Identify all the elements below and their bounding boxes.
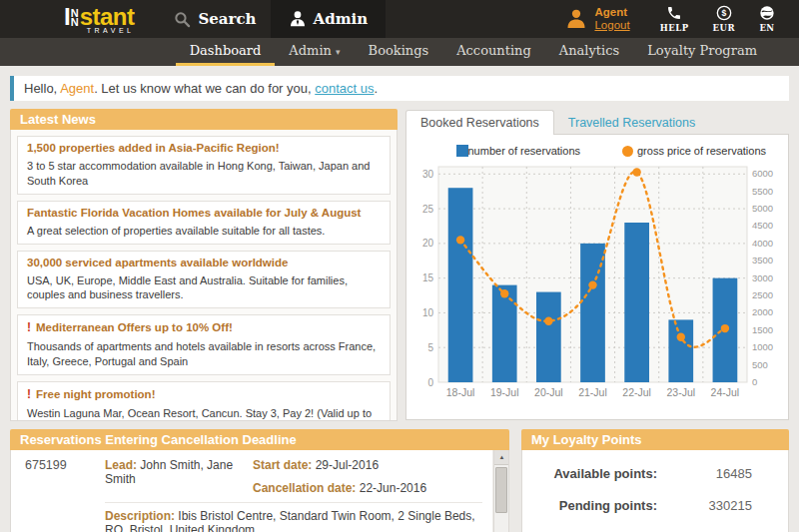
main-content: Hello, Agent. Let us know what we can do… — [0, 66, 799, 532]
scroll-up-button[interactable]: ▲ — [494, 450, 509, 465]
dollar-circle-icon: $ — [716, 5, 732, 21]
nav-analytics[interactable]: Analytics — [545, 38, 633, 66]
svg-text:19-Jul: 19-Jul — [490, 386, 519, 398]
alert-icon: ! — [27, 387, 31, 401]
loyalty-points-panel: My Loyalty Points Available points: 1648… — [521, 429, 789, 532]
pending-points-value: 330215 — [657, 498, 752, 513]
main-nav: Dashboard Admin ▾ Bookings Accounting An… — [0, 38, 799, 66]
admin-person-icon — [289, 10, 307, 28]
svg-text:1000: 1000 — [752, 341, 773, 352]
svg-text:2500: 2500 — [752, 289, 773, 300]
legend-gross-price: gross price of reservations — [622, 145, 766, 157]
latest-news-list: 1,500 properties added in Asia-Pacific R… — [10, 130, 398, 421]
svg-text:21-Jul: 21-Jul — [578, 386, 607, 398]
nav-admin[interactable]: Admin ▾ — [275, 38, 354, 66]
svg-text:15: 15 — [422, 272, 434, 283]
chart-body: number of reservations gross price of re… — [405, 134, 789, 420]
logo-text-i: I — [64, 5, 71, 29]
contact-us-link[interactable]: contact us — [315, 81, 374, 96]
logout-link[interactable]: Logout — [594, 19, 629, 32]
legend-number-of-reservations: number of reservations — [456, 145, 581, 157]
svg-text:3500: 3500 — [752, 255, 773, 266]
legend-dot-swatch — [622, 146, 633, 157]
agent-name: Agent — [594, 6, 629, 19]
legend-bar-swatch — [456, 145, 468, 157]
top-header: INNstant TRAVEL Search Admin Agent Logou… — [0, 0, 799, 38]
svg-text:5: 5 — [427, 342, 433, 353]
help-label: HELP — [660, 23, 689, 33]
language-label: EN — [759, 23, 774, 33]
nav-dashboard[interactable]: Dashboard — [176, 38, 276, 66]
nav-bookings[interactable]: Bookings — [355, 38, 443, 66]
svg-text:0: 0 — [752, 376, 757, 387]
news-item: !Mediterranean Offers up to 10% Off! Tho… — [17, 314, 391, 375]
tab-booked-reservations[interactable]: Booked Reservations — [405, 110, 554, 135]
loyalty-panel-header: My Loyalty Points — [521, 429, 789, 450]
svg-text:4000: 4000 — [752, 238, 773, 249]
globe-icon — [759, 5, 775, 21]
scrollbar[interactable]: ▲ — [493, 450, 508, 532]
cancellation-panel-header: Reservations Entering Cancellation Deadl… — [10, 429, 509, 450]
chart-tabs: Booked Reservations Travelled Reservatio… — [405, 109, 789, 135]
admin-menu-button[interactable]: Admin — [271, 0, 387, 38]
svg-text:2000: 2000 — [752, 306, 773, 317]
nav-accounting[interactable]: Accounting — [442, 38, 545, 66]
tab-travelled-reservations[interactable]: Travelled Reservations — [554, 111, 709, 135]
scrollbar-thumb[interactable] — [495, 467, 507, 513]
svg-text:18-Jul: 18-Jul — [446, 386, 475, 398]
latest-news-header: Latest News — [10, 109, 398, 130]
brand-logo[interactable]: INNstant TRAVEL — [64, 5, 134, 34]
chevron-down-icon: ▾ — [336, 47, 341, 57]
svg-text:24-Jul: 24-Jul — [711, 386, 740, 398]
agent-person-icon — [565, 8, 587, 30]
news-item: Fantastic Florida Vacation Homes availab… — [17, 201, 391, 245]
loyalty-row-pending: Pending points: 330215 — [530, 498, 780, 513]
currency-button[interactable]: $ EUR — [713, 5, 735, 33]
alert-icon: ! — [27, 320, 31, 334]
reservation-start-date: 29-Jul-2016 — [316, 458, 379, 472]
news-item: !Free night promotion! Westin Laguna Mar… — [17, 381, 391, 421]
logo-stacked-nn: NN — [71, 9, 79, 27]
help-button[interactable]: HELP — [660, 5, 689, 33]
reservations-chart: 0510152025300500100015002000250030003500… — [410, 161, 784, 404]
agent-account[interactable]: Agent Logout — [565, 6, 629, 32]
latest-news-panel: Latest News 1,500 properties added in As… — [10, 109, 398, 421]
svg-text:25: 25 — [422, 204, 434, 215]
search-icon — [174, 11, 191, 28]
currency-label: EUR — [713, 23, 735, 33]
svg-text:0: 0 — [427, 377, 433, 388]
svg-text:23-Jul: 23-Jul — [666, 386, 695, 398]
svg-text:6000: 6000 — [752, 168, 773, 179]
greeting-bar: Hello, Agent. Let us know what we can do… — [10, 76, 789, 101]
greeting-agent-name: Agent — [60, 81, 94, 96]
search-button[interactable]: Search — [174, 10, 256, 28]
svg-text:30: 30 — [422, 169, 434, 180]
svg-text:5500: 5500 — [752, 186, 773, 197]
svg-text:5000: 5000 — [752, 203, 773, 214]
reservation-row[interactable]: 675199 Lead: John Smith, Jane Smith Star… — [11, 450, 492, 532]
svg-text:10: 10 — [422, 307, 434, 318]
reservations-chart-panel: Booked Reservations Travelled Reservatio… — [405, 109, 789, 420]
svg-text:500: 500 — [752, 359, 768, 370]
reservation-id: 675199 — [25, 458, 105, 495]
language-button[interactable]: EN — [759, 5, 775, 33]
news-item: 30,000 serviced apartments available wor… — [17, 251, 391, 309]
svg-text:4500: 4500 — [752, 220, 773, 231]
logo-text-stant: stant — [80, 5, 135, 29]
svg-text:20: 20 — [422, 238, 434, 249]
svg-text:$: $ — [721, 8, 726, 18]
search-label: Search — [198, 10, 256, 28]
cancellation-list: 675199 Lead: John Smith, Jane Smith Star… — [10, 450, 509, 532]
available-points-value: 16485 — [657, 466, 752, 481]
admin-label: Admin — [314, 10, 369, 28]
reservation-cancel-date: 22-Jun-2016 — [360, 481, 426, 495]
phone-icon — [666, 5, 682, 21]
svg-text:22-Jul: 22-Jul — [622, 386, 651, 398]
chart-legend: number of reservations gross price of re… — [410, 143, 784, 161]
svg-text:3000: 3000 — [752, 272, 773, 283]
logo-subtitle: TRAVEL — [64, 27, 134, 34]
svg-text:1500: 1500 — [752, 324, 773, 335]
news-item: 1,500 properties added in Asia-Pacific R… — [17, 136, 391, 195]
nav-loyalty-program[interactable]: Loyalty Program — [633, 38, 771, 66]
cancellation-deadline-panel: Reservations Entering Cancellation Deadl… — [10, 429, 509, 532]
